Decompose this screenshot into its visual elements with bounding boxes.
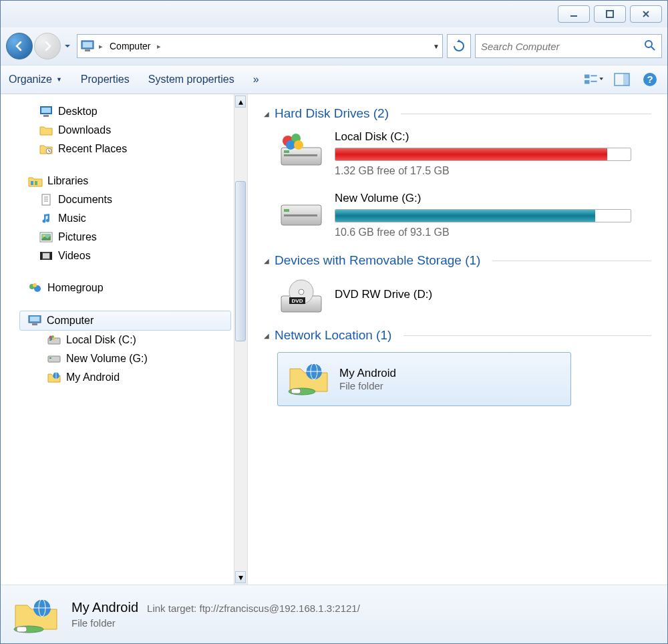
close-button[interactable] <box>630 5 662 23</box>
scroll-up-button[interactable]: ▴ <box>235 96 246 108</box>
collapse-icon: ◢ <box>264 110 269 118</box>
main-pane: ◢Hard Disk Drives (2) Local Disk (C:) 1.… <box>248 94 667 585</box>
details-icon <box>13 595 59 635</box>
organize-menu[interactable]: Organize▼ <box>9 73 62 86</box>
svg-rect-8 <box>591 75 597 76</box>
section-hdd[interactable]: ◢Hard Disk Drives (2) <box>264 106 651 121</box>
drive-icon <box>46 333 62 347</box>
dvd-icon: DVD <box>277 277 325 316</box>
folder-icon <box>38 124 54 137</box>
details-type: File folder <box>71 617 360 629</box>
svg-rect-48 <box>284 154 317 156</box>
refresh-button[interactable] <box>447 34 471 58</box>
network-folder-icon <box>287 359 330 399</box>
desktop-icon <box>38 105 54 118</box>
tree-local-disk-c[interactable]: Local Disk (C:) <box>1 331 247 349</box>
scroll-thumb[interactable] <box>235 181 246 341</box>
collapse-icon: ◢ <box>264 332 269 339</box>
svg-rect-54 <box>284 209 289 212</box>
drive-c-icon <box>277 130 325 169</box>
documents-icon <box>38 193 54 206</box>
tree-my-android[interactable]: My Android <box>1 368 247 387</box>
details-target: ftp://zfranciscus@192.168.1.3:2121/ <box>199 603 359 614</box>
tree-recent[interactable]: Recent Places <box>1 140 247 158</box>
drive-c[interactable]: Local Disk (C:) 1.32 GB free of 17.5 GB <box>264 130 651 177</box>
preview-pane-button[interactable] <box>613 71 631 88</box>
tree-desktop[interactable]: Desktop <box>1 102 247 121</box>
svg-rect-30 <box>43 253 49 259</box>
minimize-button[interactable] <box>558 5 590 23</box>
maximize-button[interactable] <box>594 5 626 23</box>
svg-rect-11 <box>623 73 629 86</box>
dvd-name: DVD RW Drive (D:) <box>335 288 432 301</box>
view-menu[interactable] <box>584 71 603 88</box>
tree-libraries[interactable]: Libraries <box>1 172 247 190</box>
svg-rect-29 <box>50 252 52 260</box>
svg-rect-3 <box>83 42 92 47</box>
section-removable[interactable]: ◢Devices with Removable Storage (1) <box>264 253 651 268</box>
svg-text:DVD: DVD <box>292 298 303 304</box>
search-icon[interactable] <box>644 39 656 53</box>
svg-rect-0 <box>570 15 577 17</box>
svg-rect-1 <box>607 11 613 17</box>
breadcrumb-dropdown-icon[interactable]: ▼ <box>433 43 440 50</box>
svg-rect-44 <box>49 357 51 359</box>
drive-c-name: Local Disk (C:) <box>335 130 631 144</box>
details-pane: My Android Link target: ftp://zfranciscu… <box>1 585 667 643</box>
scroll-down-button[interactable]: ▾ <box>235 571 246 583</box>
recent-icon <box>38 142 54 156</box>
svg-rect-64 <box>291 389 301 393</box>
svg-point-51 <box>286 140 295 150</box>
tree-scrollbar[interactable]: ▴ ▾ <box>234 94 247 585</box>
svg-rect-43 <box>48 356 60 362</box>
svg-point-5 <box>645 41 652 47</box>
pictures-icon <box>38 230 54 244</box>
breadcrumb-computer[interactable]: Computer <box>107 41 153 51</box>
network-my-android[interactable]: My Android File folder <box>277 352 571 406</box>
libraries-icon <box>27 174 43 188</box>
nav-tree: Desktop Downloads Recent Places Librarie… <box>1 94 248 585</box>
drive-c-bar <box>335 148 631 161</box>
computer-icon <box>80 39 95 53</box>
section-network[interactable]: ◢Network Location (1) <box>264 328 651 343</box>
tree-music[interactable]: Music <box>1 209 247 228</box>
drive-g-stat: 10.6 GB free of 93.1 GB <box>335 226 631 238</box>
properties-button[interactable]: Properties <box>81 73 130 86</box>
drive-g-icon <box>277 192 325 230</box>
drive-g-bar <box>335 209 631 222</box>
tree-downloads[interactable]: Downloads <box>1 121 247 140</box>
breadcrumb-sep-icon: ▸ <box>156 42 162 51</box>
breadcrumb-sep-icon: ▸ <box>98 42 104 51</box>
navbar: ▸ Computer ▸ ▼ <box>1 27 667 65</box>
help-button[interactable]: ? <box>641 71 659 88</box>
content-area: Desktop Downloads Recent Places Librarie… <box>1 94 667 585</box>
svg-rect-36 <box>32 323 37 325</box>
nav-history-dropdown[interactable] <box>62 39 73 53</box>
svg-rect-35 <box>30 317 39 321</box>
tree-pictures[interactable]: Pictures <box>1 228 247 247</box>
search-input[interactable] <box>481 41 644 52</box>
svg-rect-68 <box>17 627 27 632</box>
tree-homegroup[interactable]: Homegroup <box>1 279 247 297</box>
forward-button <box>34 33 61 59</box>
tree-videos[interactable]: Videos <box>1 247 247 265</box>
tree-documents[interactable]: Documents <box>1 190 247 209</box>
svg-point-58 <box>299 289 304 295</box>
svg-rect-19 <box>35 181 37 185</box>
system-properties-button[interactable]: System properties <box>148 73 234 86</box>
dvd-drive[interactable]: DVD DVD RW Drive (D:) <box>264 277 651 316</box>
search-box[interactable] <box>475 34 662 58</box>
breadcrumb-bar[interactable]: ▸ Computer ▸ ▼ <box>77 34 443 58</box>
drive-g[interactable]: New Volume (G:) 10.6 GB free of 93.1 GB <box>264 192 651 238</box>
tree-computer[interactable]: Computer <box>19 311 231 331</box>
svg-rect-7 <box>584 80 589 84</box>
svg-rect-16 <box>43 115 49 117</box>
svg-rect-55 <box>284 214 317 216</box>
toolbar-more[interactable]: » <box>253 73 259 86</box>
svg-rect-28 <box>40 252 42 260</box>
netloc-name: My Android <box>339 367 396 380</box>
back-button[interactable] <box>6 33 33 59</box>
homegroup-icon <box>27 281 43 295</box>
music-icon <box>38 212 54 225</box>
tree-new-volume-g[interactable]: New Volume (G:) <box>1 349 247 368</box>
